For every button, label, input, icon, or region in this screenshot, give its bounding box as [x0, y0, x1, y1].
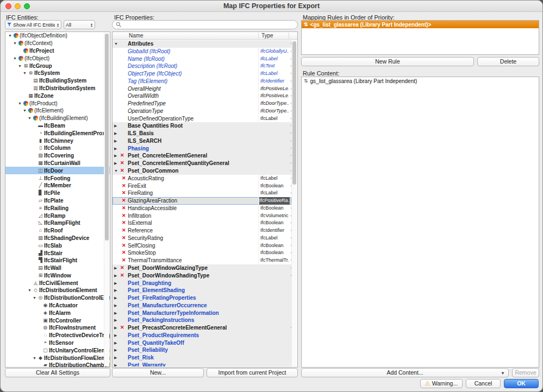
import-from-project-button[interactable]: Import from current Project	[207, 368, 298, 377]
excluded-x-icon[interactable]: ✕	[122, 175, 126, 182]
tree-item[interactable]: ▤IfcBuildingSystem	[5, 77, 110, 85]
disclosure-triangle-icon[interactable]: ▼	[13, 41, 17, 45]
disclosure-triangle-icon[interactable]: ▶	[114, 152, 117, 160]
rule-content-item[interactable]: ⇅gs_list_glassarea (Library Part Indepen…	[302, 77, 539, 85]
all-filter-dropdown[interactable]: All ▲▼	[64, 20, 95, 29]
properties-search-field[interactable]	[112, 20, 298, 29]
tree-item[interactable]: ▱IfcPlate	[5, 197, 110, 205]
property-row[interactable]: OverallHeightIfcPositiveLe...∞	[113, 85, 291, 93]
tree-item[interactable]: ▢IfcUnitaryControlElement	[5, 346, 110, 354]
disclosure-triangle-icon[interactable]: ▶	[114, 294, 117, 302]
property-row[interactable]: OperationTypeIfcDoorType...∞	[113, 108, 291, 115]
property-group-row[interactable]: ▶Pset_Risk	[113, 354, 291, 362]
tree-item[interactable]: ▭IfcSlab	[5, 242, 110, 249]
tree-item[interactable]: ▼(IfcContext)	[5, 40, 110, 47]
tree-item[interactable]: ◓IfcSensor	[5, 339, 110, 347]
disclosure-triangle-icon[interactable]: ▼	[22, 71, 27, 75]
zoom-window-button[interactable]	[24, 3, 30, 9]
excluded-x-icon[interactable]: ✕	[120, 167, 124, 175]
tree-item[interactable]: ▥IfcDistributionSystem	[5, 85, 110, 92]
disclosure-triangle-icon[interactable]: ▼	[13, 56, 17, 60]
scrollbar-thumb[interactable]	[105, 34, 109, 241]
delete-rule-button[interactable]: Delete	[477, 57, 539, 66]
excluded-x-icon[interactable]: ✕	[122, 257, 126, 264]
property-group-row[interactable]: ▶✕Pset_ConcreteElementGeneral∞	[113, 152, 291, 160]
property-group-row[interactable]: ▶Pset_ManufacturerOccurrence	[113, 302, 291, 309]
tree-item[interactable]: ▼(IfcBuildingElement)	[5, 115, 110, 122]
excluded-x-icon[interactable]: ✕	[122, 212, 126, 220]
tree-item[interactable]: ▣IfcController	[5, 317, 110, 324]
tree-item[interactable]: ⌂IfcRoof	[5, 227, 110, 235]
disclosure-triangle-icon[interactable]: ▶	[114, 287, 117, 294]
excluded-x-icon[interactable]: ✕	[122, 205, 126, 212]
excluded-x-icon[interactable]: ✕	[122, 242, 126, 250]
disclosure-triangle-icon[interactable]: ▶	[114, 324, 117, 332]
property-row[interactable]: ✕ThermalTransmittanceIfcThermalTr...∞	[113, 257, 291, 264]
tree-item[interactable]: ⊥IfcFooting	[5, 174, 110, 182]
tree-item[interactable]: ◌IfcProtectiveDeviceTrippingUn	[5, 332, 110, 339]
excluded-x-icon[interactable]: ✕	[122, 227, 126, 235]
warning-button[interactable]: ⚠Warning...	[420, 379, 463, 388]
tree-item[interactable]: ▼⊛IfcSystem	[5, 69, 110, 77]
disclosure-triangle-icon[interactable]: ▶	[114, 264, 117, 272]
property-group-row[interactable]: ▶Pset_ElementShading	[113, 287, 291, 294]
disclosure-triangle-icon[interactable]: ▶	[114, 160, 117, 167]
tree-item[interactable]: ▼◆IfcDistributionFlowElement	[5, 354, 110, 362]
new-rule-button[interactable]: New Rule	[301, 57, 474, 66]
tree-item[interactable]: ▦IfcZone	[5, 92, 110, 99]
property-row[interactable]: PredefinedTypeIfcDoorType...∞	[113, 100, 291, 108]
property-row[interactable]: ✕GlazingAreaFractionIfcPositiveRa...∞	[113, 197, 291, 205]
tree-item[interactable]: ▼(IfcElement)	[5, 107, 110, 115]
property-group-row[interactable]: ▶Pset_Warranty	[113, 362, 291, 366]
tree-item[interactable]: ▼(IfcObject)	[5, 54, 110, 62]
disclosure-triangle-icon[interactable]: ▶	[114, 137, 117, 145]
tree-item[interactable]: ▧IfcShadingDevice	[5, 235, 110, 242]
disclosure-triangle-icon[interactable]: ▶	[114, 130, 117, 137]
tree-item[interactable]: ▩IfcCurtainWall	[5, 160, 110, 167]
excluded-x-icon[interactable]: ✕	[122, 219, 126, 227]
add-content-dropdown-button[interactable]: Add Content... ▼	[301, 368, 509, 377]
property-group-row[interactable]: ▶Pset_PackingInstructions	[113, 317, 291, 324]
property-row[interactable]: ✕FireExitIfcBoolean∞	[113, 182, 291, 190]
column-divider[interactable]	[289, 33, 289, 39]
property-group-row[interactable]: ▶Base Quantities Root∞	[113, 122, 291, 130]
excluded-x-icon[interactable]: ✕	[120, 272, 124, 280]
property-row[interactable]: Tag (IfcElement)IfcIdentifier∞	[113, 78, 291, 85]
property-row[interactable]: OverallWidthIfcPositiveLe...∞	[113, 92, 291, 100]
minimize-window-button[interactable]	[15, 3, 21, 9]
excluded-x-icon[interactable]: ✕	[122, 182, 126, 190]
column-header-name[interactable]: Name	[129, 32, 143, 40]
property-row[interactable]: UserDefinedOperationTypeIfcLabel∞	[113, 115, 291, 123]
property-group-row[interactable]: ▶Phasing∞	[113, 145, 291, 153]
disclosure-triangle-icon[interactable]: ▼	[17, 64, 22, 68]
property-group-row[interactable]: ▶Pset_ProductRequirements	[113, 332, 291, 339]
tree-item[interactable]: ◔IfcBuildingElementProxy	[5, 129, 110, 137]
excluded-x-icon[interactable]: ✕	[120, 264, 124, 272]
column-divider[interactable]	[258, 33, 259, 39]
close-window-button[interactable]	[5, 3, 11, 9]
tree-item[interactable]: ▨IfcCovering	[5, 152, 110, 160]
tree-item[interactable]: ╱IfcMember	[5, 182, 110, 189]
excluded-x-icon[interactable]: ✕	[120, 324, 124, 332]
disclosure-triangle-icon[interactable]: ▶	[114, 272, 117, 280]
property-group-row[interactable]: ▶Pset_Draughting	[113, 280, 291, 287]
cancel-button[interactable]: Cancel	[466, 379, 501, 388]
excluded-x-icon[interactable]: ✕	[122, 235, 126, 242]
property-row[interactable]: ✕SmokeStopIfcBoolean∞	[113, 249, 291, 257]
disclosure-triangle-icon[interactable]: ▶	[114, 346, 117, 354]
disclosure-triangle-icon[interactable]: ▼	[17, 102, 22, 105]
excluded-x-icon[interactable]: ✕	[122, 197, 126, 205]
disclosure-triangle-icon[interactable]: ▶	[114, 122, 117, 130]
property-row[interactable]: GlobalId (IfcRoot)IfcGloballyU...∞	[113, 48, 291, 55]
tree-item[interactable]: ⊞IfcWindow	[5, 272, 110, 280]
column-header-type[interactable]: Type	[261, 32, 273, 40]
tree-item[interactable]: ▼◇IfcDistributionElement	[5, 287, 110, 294]
property-row[interactable]: ✕FireRatingIfcLabel∞	[113, 189, 291, 197]
property-group-row[interactable]: ▶Pset_ManufacturerTypeInformation	[113, 309, 291, 317]
excluded-x-icon[interactable]: ✕	[122, 249, 126, 257]
disclosure-triangle-icon[interactable]: ▼	[27, 288, 32, 292]
property-group-row[interactable]: ▶✕Pset_DoorWindowShadingType∞	[113, 272, 291, 280]
tree-item[interactable]: ◬IfcCivilElement	[5, 279, 110, 287]
property-row[interactable]: ✕ReferenceIfcIdentifier∞	[113, 227, 291, 235]
property-row[interactable]: ✕IsExternalIfcBoolean∞	[113, 219, 291, 227]
